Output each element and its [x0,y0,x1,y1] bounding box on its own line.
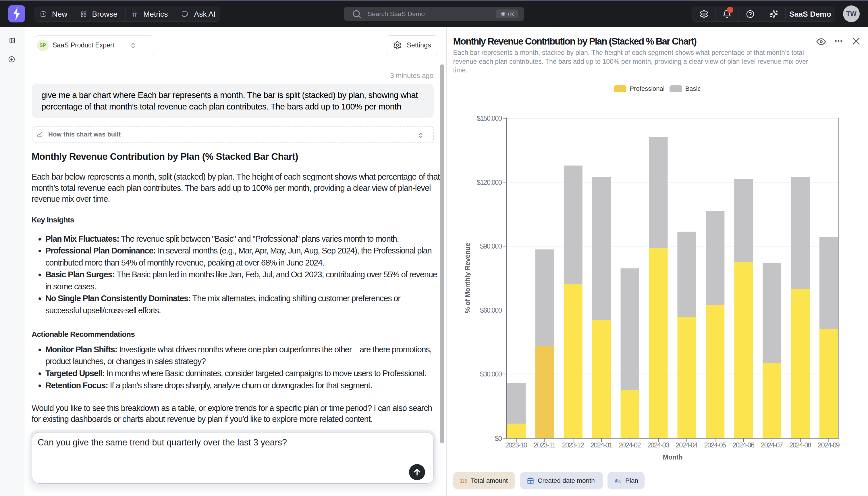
svg-text:% of Monthly Revenue: % of Monthly Revenue [464,243,471,313]
svg-text:2024-05: 2024-05 [704,441,726,449]
svg-text:$120,000: $120,000 [477,179,502,186]
svg-text:$150,000: $150,000 [477,114,502,122]
svg-text:2023-12: 2023-12 [562,441,584,449]
svg-text:$0: $0 [495,434,502,442]
svg-text:2024-01: 2024-01 [591,441,613,449]
svg-text:$60,000: $60,000 [480,306,502,314]
svg-text:$90,000: $90,000 [480,242,502,250]
svg-text:2023-10: 2023-10 [505,441,527,449]
svg-text:2024-09: 2024-09 [818,441,840,449]
svg-text:$30,000: $30,000 [480,370,502,378]
svg-text:2024-02: 2024-02 [619,441,641,449]
svg-text:Month: Month [663,453,683,461]
svg-text:2024-04: 2024-04 [676,441,698,449]
svg-text:2024-07: 2024-07 [761,441,783,449]
svg-text:2023-11: 2023-11 [534,441,556,449]
svg-text:2024-03: 2024-03 [647,441,670,449]
svg-text:2024-08: 2024-08 [789,441,811,449]
svg-text:2024-06: 2024-06 [733,441,755,449]
